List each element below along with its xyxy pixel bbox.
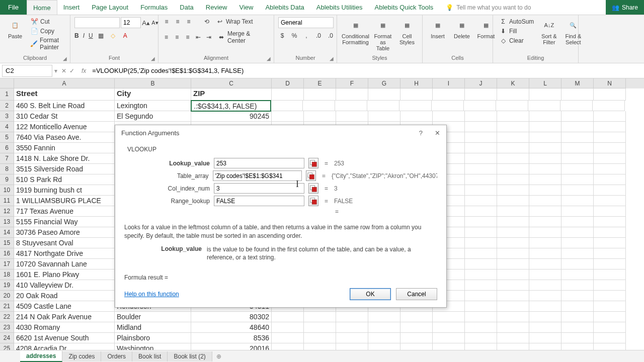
row-header[interactable]: 6 [0,143,14,153]
col-header[interactable]: D [272,78,304,88]
row-header[interactable]: 25 [0,343,14,350]
tab-ablebits-quick-tools[interactable]: Ablebits Quick Tools [369,0,440,15]
col-header[interactable]: E [304,78,336,88]
paste-button[interactable]: 📋 Paste [4,17,26,40]
bold-button[interactable]: B [74,32,79,39]
cell[interactable]: 717 Texas Avenue [14,206,115,217]
range-selector-button[interactable] [306,170,316,181]
name-box[interactable] [2,65,52,77]
cell[interactable]: 6620 1st Avenue South [14,333,115,343]
col-header[interactable]: N [594,78,626,88]
fill-color-button[interactable]: ◇ [109,32,117,40]
cell[interactable]: City [115,88,191,101]
cell[interactable]: El Segundo [115,111,191,122]
wrap-text-button[interactable]: ↩Wrap Text [214,17,255,26]
row-header[interactable]: 15 [0,238,14,248]
col-header[interactable]: L [529,78,561,88]
row-header[interactable]: 16 [0,248,14,259]
dialog-launcher-icon[interactable]: ◢ [330,56,336,62]
cell[interactable]: 4030 Romany [14,322,115,333]
cell[interactable]: ZIP [191,88,272,101]
select-all-corner[interactable] [0,78,14,88]
row-header[interactable]: 11 [0,196,14,206]
arg-input[interactable] [214,183,304,194]
arg-input[interactable] [213,170,302,181]
border-button[interactable]: ▦ [97,32,105,40]
tab-ablebits-data[interactable]: Ablebits Data [259,0,310,15]
row-header[interactable]: 1 [0,88,14,101]
cell[interactable]: 510 S Park Rd [14,174,115,185]
autosum-button[interactable]: ΣAutoSum [497,17,536,26]
arg-input[interactable] [214,196,304,206]
align-left-icon[interactable]: ≡ [163,33,170,41]
row-header[interactable]: 9 [0,174,14,185]
cell[interactable]: 20016 [191,343,272,350]
decrease-indent-icon[interactable]: ⇤ [194,33,202,41]
cell[interactable]: 4208 Arcadia Dr. [14,343,115,350]
cell[interactable]: 214 N Oak Park Avenue [14,312,115,322]
decrease-decimal-icon[interactable]: .0 [327,32,335,40]
cell[interactable]: 90245 [191,111,272,122]
align-middle-icon[interactable]: ≡ [174,18,182,26]
cell[interactable]: 460 S. Belt Line Road [14,101,115,111]
cell-styles-button[interactable]: ▦Cell Styles [396,17,418,46]
font-size-select[interactable] [121,17,141,28]
cell[interactable]: Midland [115,322,191,333]
col-header[interactable]: G [368,78,400,88]
range-selector-button[interactable] [308,196,318,206]
ok-button[interactable]: OK [350,288,391,300]
arg-input[interactable] [214,158,304,168]
underline-button[interactable]: U [89,32,93,39]
orientation-icon[interactable]: ⟲ [203,18,211,26]
cell[interactable]: 8536 [191,333,272,343]
range-selector-button[interactable] [308,183,318,194]
share-button[interactable]: 👥 Share [606,0,644,15]
cell[interactable]: 10720 Savannah Lane [14,259,115,269]
cell[interactable]: 310 Cedar St [14,111,115,122]
row-header[interactable]: 4 [0,122,14,132]
format-painter-button[interactable]: 🖌️Format Painter [28,36,66,51]
tab-ablebits-utilities[interactable]: Ablebits Utilities [310,0,369,15]
formula-input[interactable] [89,65,644,77]
col-header[interactable]: I [433,78,465,88]
enter-formula-icon[interactable]: ✓ [69,67,74,74]
cell[interactable]: 80302 [191,312,272,322]
col-header[interactable]: C [191,78,272,88]
col-header[interactable]: H [400,78,433,88]
cell[interactable]: 5155 Financial Way [14,217,115,227]
cell[interactable]: 122 Monticello Avenue [14,122,115,132]
row-header[interactable]: 8 [0,164,14,174]
cell[interactable]: 4509 Castle Lane [14,301,115,312]
col-header[interactable]: B [115,78,191,88]
align-center-icon[interactable]: ≡ [173,33,181,41]
cell[interactable]: 1418 N. Lake Shore Dr. [14,153,115,164]
sheet-tab[interactable]: Zip codes [62,351,101,361]
row-header[interactable]: 17 [0,259,14,269]
align-right-icon[interactable]: ≡ [184,33,191,41]
font-color-button[interactable]: A [121,32,129,40]
col-header[interactable]: M [561,78,594,88]
dialog-launcher-icon[interactable]: ◢ [63,56,69,62]
find-select-button[interactable]: 🔍Find & Select [562,17,584,46]
col-header[interactable]: J [465,78,497,88]
tab-file[interactable]: File [0,0,27,15]
cell[interactable]: 410 Valleyview Dr. [14,280,115,291]
cell[interactable]: Plainsboro [115,333,191,343]
sheet-tab[interactable]: Orders [101,351,132,361]
copy-button[interactable]: 📄Copy [28,27,66,36]
cancel-button[interactable]: Cancel [396,288,437,300]
row-header[interactable]: 13 [0,217,14,227]
tab-page-layout[interactable]: Page Layout [86,0,134,15]
row-header[interactable]: 2 [0,101,14,111]
cell[interactable]: Lexington [115,101,191,111]
sheet-tab[interactable]: Book list [132,351,168,361]
sort-filter-button[interactable]: A↓ZSort & Filter [538,17,560,46]
conditional-formatting-button[interactable]: ▦Conditional Formatting [341,17,370,46]
italic-button[interactable]: I [83,32,85,39]
decrease-font-icon[interactable]: A▾ [151,19,159,27]
range-selector-button[interactable] [308,158,318,168]
increase-decimal-icon[interactable]: .0 [314,32,323,40]
col-header[interactable]: K [497,78,529,88]
increase-font-icon[interactable]: A▴ [142,19,150,27]
font-family-select[interactable] [74,17,120,28]
